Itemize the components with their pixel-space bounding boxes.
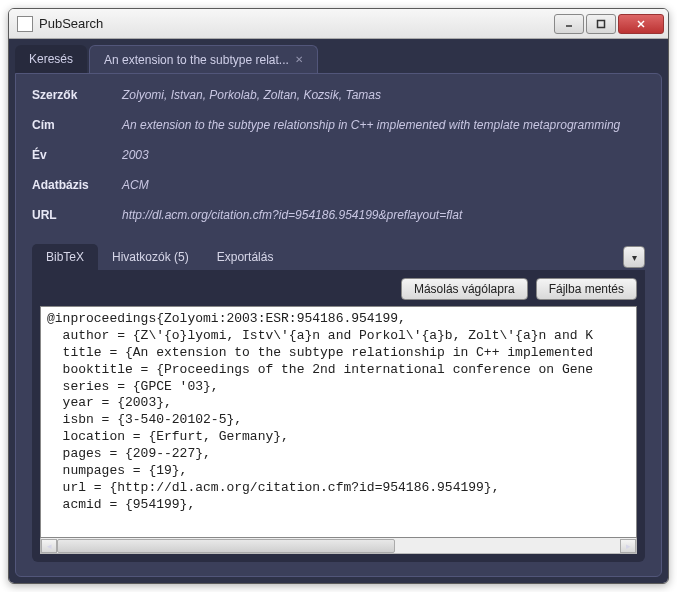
label-url: URL	[32, 208, 122, 222]
tab-bibtex-label: BibTeX	[46, 250, 84, 264]
titlebar[interactable]: PubSearch	[9, 9, 668, 39]
scroll-track[interactable]	[57, 539, 620, 553]
row-title: Cím An extension to the subtype relation…	[32, 118, 645, 132]
value-authors: Zolyomi, Istvan, Porkolab, Zoltan, Kozsi…	[122, 88, 645, 102]
tab-detail[interactable]: An extension to the subtype relat... ✕	[89, 45, 318, 73]
scroll-thumb[interactable]	[57, 539, 395, 553]
close-button[interactable]	[618, 14, 664, 34]
tab-search-label: Keresés	[29, 52, 73, 66]
minimize-button[interactable]	[554, 14, 584, 34]
bibtex-textarea[interactable]: @inproceedings{Zolyomi:2003:ESR:954186.9…	[40, 306, 637, 538]
app-body: Keresés An extension to the subtype rela…	[9, 39, 668, 583]
value-database: ACM	[122, 178, 645, 192]
sub-tabs: BibTeX Hivatkozók (5) Exportálás ▾	[32, 244, 645, 270]
label-title: Cím	[32, 118, 122, 132]
window-title: PubSearch	[39, 16, 554, 31]
value-title: An extension to the subtype relationship…	[122, 118, 645, 132]
value-url[interactable]: http://dl.acm.org/citation.cfm?id=954186…	[122, 208, 645, 222]
sub-area: BibTeX Hivatkozók (5) Exportálás ▾ Másol…	[32, 244, 645, 562]
row-database: Adatbázis ACM	[32, 178, 645, 192]
label-authors: Szerzők	[32, 88, 122, 102]
row-url: URL http://dl.acm.org/citation.cfm?id=95…	[32, 208, 645, 222]
app-window: PubSearch Keresés An extension to the su…	[8, 8, 669, 584]
save-button[interactable]: Fájlba mentés	[536, 278, 637, 300]
row-year: Év 2003	[32, 148, 645, 162]
chevron-down-icon: ▾	[632, 252, 637, 263]
label-database: Adatbázis	[32, 178, 122, 192]
tab-search[interactable]: Keresés	[15, 45, 87, 73]
scroll-left-icon[interactable]: ◂	[41, 539, 57, 553]
sub-body: Másolás vágólapra Fájlba mentés @inproce…	[32, 270, 645, 562]
value-year: 2003	[122, 148, 645, 162]
svg-rect-1	[598, 20, 605, 27]
row-authors: Szerzők Zolyomi, Istvan, Porkolab, Zolta…	[32, 88, 645, 102]
close-icon[interactable]: ✕	[295, 54, 303, 65]
tab-detail-label: An extension to the subtype relat...	[104, 53, 289, 67]
tab-export[interactable]: Exportálás	[203, 244, 288, 270]
tab-export-label: Exportálás	[217, 250, 274, 264]
copy-button[interactable]: Másolás vágólapra	[401, 278, 528, 300]
top-tabs: Keresés An extension to the subtype rela…	[15, 45, 662, 73]
tab-refs-label: Hivatkozók (5)	[112, 250, 189, 264]
window-controls	[554, 14, 664, 34]
overflow-button[interactable]: ▾	[623, 246, 645, 268]
tab-bibtex[interactable]: BibTeX	[32, 244, 98, 270]
button-row: Másolás vágólapra Fájlba mentés	[40, 278, 637, 300]
scroll-right-icon[interactable]: ▸	[620, 539, 636, 553]
tab-refs[interactable]: Hivatkozók (5)	[98, 244, 203, 270]
horizontal-scrollbar[interactable]: ◂ ▸	[40, 538, 637, 554]
detail-panel: Szerzők Zolyomi, Istvan, Porkolab, Zolta…	[15, 73, 662, 577]
label-year: Év	[32, 148, 122, 162]
app-icon	[17, 16, 33, 32]
maximize-button[interactable]	[586, 14, 616, 34]
